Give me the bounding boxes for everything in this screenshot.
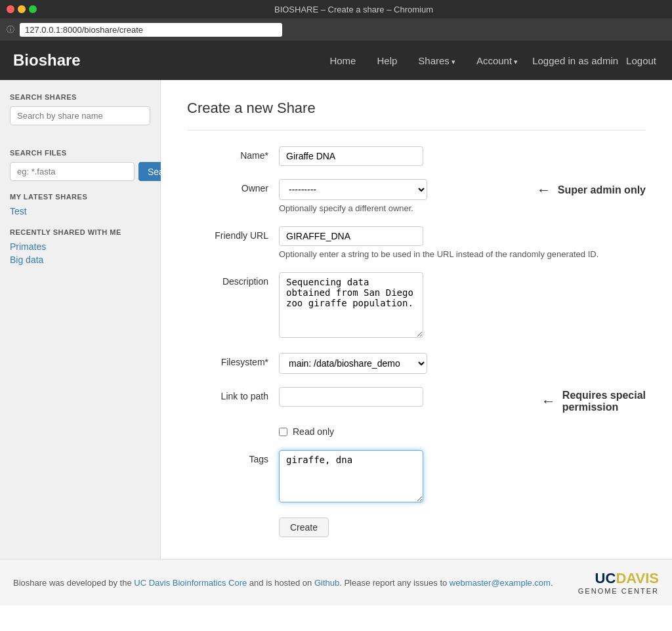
owner-row: Owner --------- Optionally specify a dif… bbox=[187, 179, 646, 213]
logo-uc: UC bbox=[595, 570, 616, 586]
read-only-checkbox[interactable] bbox=[279, 428, 287, 436]
page-title: Create a new Share bbox=[187, 100, 646, 117]
my-latest-label: MY LATEST SHARES bbox=[10, 193, 150, 201]
brand-link[interactable]: Bioshare bbox=[13, 51, 81, 70]
owner-annotation-text: Super admin only bbox=[558, 184, 646, 196]
owner-annotation: ← Super admin only bbox=[537, 179, 646, 199]
latest-share-test[interactable]: Test bbox=[10, 206, 150, 216]
link-annotation-text: Requires specialpermission bbox=[562, 390, 646, 413]
window-title: BIOSHARE – Create a share – Chromium bbox=[42, 5, 665, 14]
name-row: Name* bbox=[187, 146, 646, 166]
description-label: Description bbox=[187, 272, 279, 287]
link-to-path-label: Link to path bbox=[187, 387, 279, 401]
account-dropdown[interactable]: Account bbox=[467, 50, 527, 71]
link-to-path-field bbox=[279, 387, 528, 407]
create-button[interactable]: Create bbox=[279, 518, 329, 537]
navbar: Bioshare Home Help Shares Account Logged… bbox=[0, 41, 672, 80]
friendly-url-hint: Optionally enter a string to be used in … bbox=[279, 249, 627, 259]
description-field: Sequencing data obtained from San Diego … bbox=[279, 272, 646, 340]
friendly-url-row: Friendly URL Optionally enter a string t… bbox=[187, 226, 646, 259]
uc-davis-link[interactable]: UC Davis Bioinformatics Core bbox=[134, 578, 247, 588]
tags-label: Tags bbox=[187, 450, 279, 464]
footer-before-uc: Bioshare was developed by the bbox=[13, 578, 134, 588]
sidebar: SEARCH SHARES SEARCH FILES Search MY LAT… bbox=[0, 80, 161, 559]
minimize-button[interactable] bbox=[18, 5, 26, 13]
owner-label: Owner bbox=[187, 179, 279, 193]
close-button[interactable] bbox=[7, 5, 14, 13]
tags-field: giraffe, dna bbox=[279, 450, 646, 504]
search-shares-input[interactable] bbox=[10, 106, 150, 125]
description-textarea[interactable]: Sequencing data obtained from San Diego … bbox=[279, 272, 423, 338]
arrow-left-icon-2: ← bbox=[541, 393, 556, 410]
arrow-left-icon: ← bbox=[537, 182, 551, 199]
name-input[interactable] bbox=[279, 146, 423, 166]
divider bbox=[187, 130, 646, 131]
name-label: Name* bbox=[187, 146, 279, 161]
logo-davis: DAVIS bbox=[616, 570, 659, 586]
footer-text: Bioshare was developed by the UC Davis B… bbox=[13, 578, 553, 588]
recent-share-primates[interactable]: Primates bbox=[10, 241, 150, 252]
recently-shared-group: RECENTLY SHARED WITH ME Primates Big dat… bbox=[10, 228, 150, 265]
link-to-path-input[interactable] bbox=[279, 387, 423, 407]
shares-dropdown[interactable]: Shares bbox=[409, 50, 465, 71]
search-shares-label: SEARCH SHARES bbox=[10, 93, 150, 101]
footer-end: . bbox=[551, 578, 553, 588]
friendly-url-input[interactable] bbox=[279, 226, 423, 246]
footer-middle: and is hosted on bbox=[247, 578, 314, 588]
owner-field: --------- Optionally specify a different… bbox=[279, 179, 524, 213]
maximize-button[interactable] bbox=[29, 5, 37, 13]
read-only-label[interactable]: Read only bbox=[293, 426, 334, 437]
owner-select[interactable]: --------- bbox=[279, 179, 427, 200]
main-container: SEARCH SHARES SEARCH FILES Search MY LAT… bbox=[0, 80, 672, 559]
friendly-url-field: Optionally enter a string to be used in … bbox=[279, 226, 646, 259]
search-files-label: SEARCH FILES bbox=[10, 149, 150, 157]
main-content: Create a new Share Name* Owner ---------… bbox=[161, 80, 672, 559]
description-row: Description Sequencing data obtained fro… bbox=[187, 272, 646, 340]
help-link[interactable]: Help bbox=[368, 50, 406, 71]
latest-shares-group: MY LATEST SHARES Test bbox=[10, 193, 150, 216]
recently-shared-label: RECENTLY SHARED WITH ME bbox=[10, 228, 150, 236]
github-link[interactable]: Github bbox=[314, 578, 339, 588]
url-display[interactable]: 127.0.0.1:8000/bioshare/create bbox=[20, 23, 282, 37]
friendly-url-label: Friendly URL bbox=[187, 226, 279, 241]
search-files-input[interactable] bbox=[10, 162, 135, 181]
logout-link[interactable]: Logout bbox=[623, 50, 659, 71]
tags-textarea[interactable]: giraffe, dna bbox=[279, 450, 423, 502]
tags-row: Tags giraffe, dna bbox=[187, 450, 646, 504]
link-to-path-row: Link to path ← Requires specialpermissio… bbox=[187, 387, 646, 413]
uc-davis-logo: UCDAVIS GENOME CENTER bbox=[578, 570, 659, 595]
name-field bbox=[279, 146, 646, 166]
logo-name: UCDAVIS bbox=[578, 570, 659, 587]
link-annotation: ← Requires specialpermission bbox=[541, 387, 646, 413]
addressbar: ⓘ 127.0.0.1:8000/bioshare/create bbox=[0, 18, 672, 41]
footer-after: . Please report any issues to bbox=[339, 578, 450, 588]
info-icon: ⓘ bbox=[7, 24, 14, 35]
filesystem-row: Filesystem* main: /data/bioshare_demo bbox=[187, 353, 646, 374]
window-controls[interactable] bbox=[7, 5, 37, 13]
search-files-row: Search bbox=[10, 162, 150, 181]
filesystem-field: main: /data/bioshare_demo bbox=[279, 353, 646, 374]
search-files-group: SEARCH FILES Search bbox=[10, 149, 150, 181]
search-shares-group: SEARCH SHARES bbox=[10, 93, 150, 137]
read-only-row: Read only bbox=[279, 426, 646, 437]
create-btn-row: Create bbox=[187, 518, 646, 537]
logo-sub: GENOME CENTER bbox=[578, 587, 659, 595]
footer: Bioshare was developed by the UC Davis B… bbox=[0, 559, 672, 605]
email-link[interactable]: webmaster@example.com bbox=[450, 578, 551, 588]
filesystem-select[interactable]: main: /data/bioshare_demo bbox=[279, 353, 427, 374]
recent-share-bigdata[interactable]: Big data bbox=[10, 254, 150, 265]
filesystem-label: Filesystem* bbox=[187, 353, 279, 367]
owner-hint: Optionally specify a different owner. bbox=[279, 203, 524, 213]
titlebar: BIOSHARE – Create a share – Chromium bbox=[0, 0, 672, 18]
home-link[interactable]: Home bbox=[320, 50, 365, 71]
logged-in-text: Logged in as admin bbox=[530, 50, 621, 71]
